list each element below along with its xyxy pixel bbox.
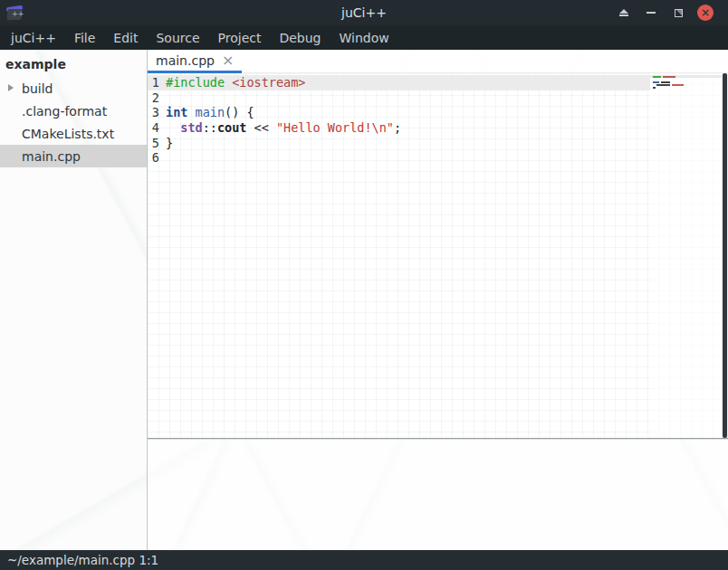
line-number: 6 xyxy=(150,150,159,166)
code-segment xyxy=(187,105,195,120)
line-number: 1 xyxy=(150,75,159,90)
minimap-code-mark xyxy=(672,84,684,86)
code-segment: main xyxy=(196,105,225,120)
scrollbar-thumb[interactable] xyxy=(723,73,727,438)
content-area: example build.clang-formatCMakeLists.txt… xyxy=(0,50,728,550)
tree-item--clang-format[interactable]: .clang-format xyxy=(0,100,147,122)
restore-icon xyxy=(675,9,683,17)
plus-plus-glyph: ++ xyxy=(12,11,20,17)
code-segment: } xyxy=(166,136,173,151)
code-segment: :: xyxy=(203,120,217,136)
tab-main-cpp[interactable]: main.cpp× xyxy=(148,50,242,73)
code-lines[interactable]: 1#include <iostream>23int main() {4 std:… xyxy=(148,73,650,438)
code-segment: #include xyxy=(166,75,225,90)
code-segment: std xyxy=(180,120,202,136)
expander-arrow-icon[interactable] xyxy=(8,84,14,91)
restore-button[interactable] xyxy=(665,0,692,25)
tree-item-label: build xyxy=(22,81,53,96)
code-line-4[interactable]: 4 std::cout << "Hello World!\n"; xyxy=(148,120,650,136)
line-number: 2 xyxy=(150,90,159,106)
tree-item-label: .clang-format xyxy=(22,104,107,119)
status-file-location: ~/example/main.cpp 1:1 xyxy=(7,553,158,567)
code-line-1[interactable]: 1#include <iostream> xyxy=(148,75,650,90)
tree-items: build.clang-formatCMakeLists.txtmain.cpp xyxy=(0,77,147,167)
minimap[interactable] xyxy=(650,73,722,438)
file-tree: example build.clang-formatCMakeLists.txt… xyxy=(0,50,147,550)
menu-item-debug[interactable]: Debug xyxy=(270,26,330,50)
code-segment: cout xyxy=(217,120,247,136)
code-line-6[interactable]: 6 xyxy=(148,150,650,166)
tree-item-build[interactable]: build xyxy=(0,77,147,100)
code-line-3[interactable]: 3int main() { xyxy=(148,105,650,120)
output-pane xyxy=(148,440,728,550)
minimap-code-mark xyxy=(663,76,675,78)
code-segment xyxy=(225,75,232,90)
menu-item-juci[interactable]: juCi++ xyxy=(2,26,65,50)
app-logo-icon: ++ xyxy=(6,5,24,21)
minimap-code-mark xyxy=(661,81,670,83)
minimap-code-mark xyxy=(656,84,670,86)
minimize-button[interactable] xyxy=(637,0,665,25)
line-number: 3 xyxy=(150,105,159,120)
minimize-icon xyxy=(647,12,656,14)
tree-root-folder[interactable]: example xyxy=(0,52,147,77)
code-segment: () { xyxy=(225,105,254,120)
tab-close-icon[interactable]: × xyxy=(222,53,234,68)
code-segment: "Hello World!\n" xyxy=(276,120,394,136)
line-number: 5 xyxy=(150,136,159,151)
tree-item-label: main.cpp xyxy=(22,149,81,164)
titlebar: ++ juCi++ × xyxy=(0,0,728,25)
close-icon: × xyxy=(697,5,714,21)
menu-item-window[interactable]: Window xyxy=(330,26,398,50)
eject-icon xyxy=(619,9,628,16)
menu-item-project[interactable]: Project xyxy=(209,26,271,50)
code-segment: ; xyxy=(394,120,401,136)
menubar: juCi++FileEditSourceProjectDebugWindow xyxy=(0,25,728,50)
tabbar: main.cpp× xyxy=(148,50,728,73)
code-segment: << xyxy=(246,120,276,136)
statusbar: ~/example/main.cpp 1:1 xyxy=(0,550,728,570)
code-line-5[interactable]: 5} xyxy=(148,136,650,151)
minimap-code-mark xyxy=(653,76,661,78)
close-button[interactable]: × xyxy=(692,0,719,25)
code-segment xyxy=(166,120,180,136)
minimap-row xyxy=(650,89,722,91)
tree-item-label: CMakeLists.txt xyxy=(22,127,114,141)
editor-scrollbar xyxy=(722,73,728,438)
keep-above-button[interactable] xyxy=(610,0,637,25)
tab-label: main.cpp xyxy=(156,53,215,68)
tree-item-cmakelists-txt[interactable]: CMakeLists.txt xyxy=(0,122,147,145)
code-editor[interactable]: 1#include <iostream>23int main() {4 std:… xyxy=(148,73,728,438)
menu-item-file[interactable]: File xyxy=(65,26,104,50)
code-line-2[interactable]: 2 xyxy=(148,90,650,106)
minimap-code-mark xyxy=(653,81,659,83)
line-number: 4 xyxy=(150,120,159,136)
tree-item-main-cpp[interactable]: main.cpp xyxy=(0,145,147,167)
menu-item-source[interactable]: Source xyxy=(147,26,208,50)
code-segment: <iostream> xyxy=(232,75,305,90)
app-window: ++ juCi++ × juCi++FileEditSourceProjectD… xyxy=(0,0,728,570)
minimap-code-mark xyxy=(653,87,656,89)
window-controls: × xyxy=(610,0,728,25)
main-pane: main.cpp× 1#include <iostream>23int main… xyxy=(148,50,728,550)
menu-item-edit[interactable]: Edit xyxy=(104,26,147,50)
code-segment: int xyxy=(166,105,187,120)
